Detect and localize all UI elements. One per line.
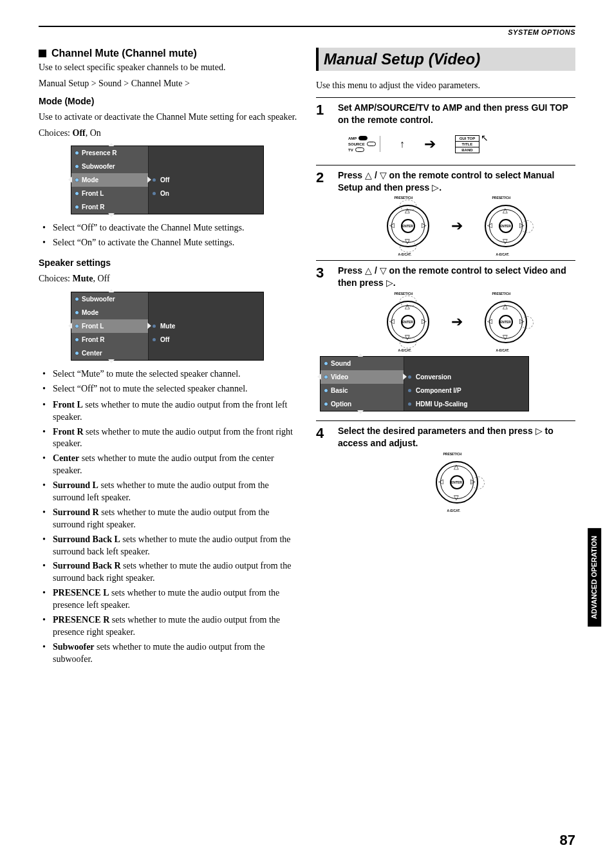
right-icon: ▷ — [422, 222, 427, 229]
bullet-item: Subwoofer sets whether to mute the audio… — [53, 641, 298, 666]
left-column: Channel Mute (Channel mute) Use to selec… — [39, 48, 298, 668]
arrow-right-icon: ➔ — [451, 314, 463, 330]
bullet-item: Select “Mute” to mute the selected speak… — [53, 368, 298, 381]
cursor-highlight-icon — [521, 220, 534, 233]
p-mode-desc: Use to activate or deactivate the Channe… — [39, 111, 298, 124]
right-triangle-icon: ▷ — [535, 426, 543, 436]
osd-menu-mode: Presence RSubwooferModeOffFront LOnFront… — [71, 146, 298, 214]
p-video-intro: Use this menu to adjust the video parame… — [316, 80, 575, 92]
step-text: Press △ / ▽ on the remote control to sel… — [338, 265, 575, 289]
bullet-item: PRESENCE R sets whether to mute the audi… — [53, 614, 298, 639]
menu-item: Mode — [71, 306, 149, 319]
bullet-item: Surround Back L sets whether to mute the… — [53, 534, 298, 558]
arrow-right-icon: ➔ — [451, 218, 463, 234]
step-1: 1 Set AMP/SOURCE/TV to AMP and then pres… — [316, 97, 575, 126]
menu-item: Subwoofer — [71, 292, 149, 306]
menu-item: Front L — [71, 319, 149, 333]
diagram-step2: PRESET/CH ENTER △▽◁▷ A-E/CAT. ➔ PRESET/C… — [338, 201, 575, 251]
remote-switch: AMP SOURCE TV — [348, 136, 380, 152]
menu-item: Center — [71, 346, 149, 360]
bullet-item: Front L sets whether to mute the audio o… — [53, 399, 298, 424]
diagram-step1: AMP SOURCE TV ↑ ➔ GUI TOP TITLE BAND ↖ — [348, 135, 575, 153]
down-triangle-icon: ▽ — [380, 265, 387, 276]
band-key: BAND — [456, 147, 479, 153]
gui-top-key: GUI TOP — [456, 136, 479, 142]
up-triangle-icon: △ — [365, 265, 372, 276]
step-2: 2 Press △ / ▽ on the remote control to s… — [316, 165, 575, 194]
menu-item: Mode — [71, 173, 149, 187]
step-4: 4 Select the desired parameters and then… — [316, 420, 575, 449]
bullet-item: Surround R sets whether to mute the audi… — [53, 507, 298, 531]
bullet-item: Front R sets whether to mute the audio o… — [53, 426, 298, 451]
menu-item: Presence R — [71, 146, 149, 160]
bullet-item: Surround L sets whether to mute the audi… — [53, 480, 298, 504]
gui-keys-cluster: GUI TOP TITLE BAND — [455, 135, 480, 153]
dpad-left: PRESET/CH ENTER △▽◁▷ A-E/CAT. — [383, 201, 433, 251]
up-triangle-icon: △ — [365, 170, 372, 180]
header-bar: SYSTEM OPTIONS — [39, 28, 575, 36]
menu-item: Subwoofer — [71, 160, 149, 173]
menu-option: Conversion — [404, 370, 528, 384]
p-menu-path: Manual Setup > Sound > Channel Mute > — [39, 78, 298, 90]
side-tab: ADVANCED OPERATION — [588, 528, 601, 627]
p-speaker-choices: Choices: Mute, Off — [39, 273, 298, 285]
page-number: 87 — [560, 832, 575, 849]
heading-channel-mute: Channel Mute (Channel mute) — [39, 48, 298, 59]
osd-menu-speaker: SubwooferModeFront LMuteFront ROffCenter — [71, 292, 298, 361]
menu-item: Front R — [71, 200, 149, 214]
bullet-item: Surround Back R sets whether to mute the… — [53, 560, 298, 585]
right-triangle-icon: ▷ — [432, 182, 439, 193]
menu-item: Video — [321, 370, 404, 384]
menu-option: Component I/P — [404, 384, 528, 397]
amp-indicator-icon — [358, 136, 367, 140]
diagram-step3-dpads: PRESET/CH ENTER △▽◁▷ A-E/CAT. ➔ PRESET/C… — [338, 297, 575, 347]
tv-indicator-icon — [355, 147, 364, 152]
arrow-right-icon: ➔ — [424, 136, 436, 153]
title-key: TITLE — [456, 142, 479, 147]
heading-manual-setup-video: Manual Setup (Video) — [316, 48, 575, 71]
left-icon: ◁ — [389, 222, 395, 229]
cursor-highlight-icon — [400, 241, 416, 252]
step-text: Set AMP/SOURCE/TV to AMP and then press … — [338, 102, 575, 126]
p-channel-mute-desc: Use to select specific speaker channels … — [39, 62, 298, 74]
down-triangle-icon: ▽ — [380, 170, 387, 180]
menu-item: Front R — [71, 333, 149, 346]
bullet-list-speaker-basics: Select “Mute” to mute the selected speak… — [39, 368, 298, 395]
step-text: Select the desired parameters and then p… — [338, 425, 575, 449]
step-number: 4 — [316, 425, 329, 449]
heading-mode: Mode (Mode) — [39, 95, 298, 108]
bullet-item: Select “Off” to deactivate the Channel M… — [53, 222, 298, 234]
bullet-item: PRESENCE L sets whether to mute the audi… — [53, 587, 298, 612]
source-indicator-icon — [367, 142, 376, 146]
step-number: 2 — [316, 169, 329, 194]
bullet-item: Center sets whether to mute the audio ou… — [53, 453, 298, 477]
dpad-left: PRESET/CH ENTER △▽◁▷ A-E/CAT. — [383, 297, 433, 347]
menu-item: Option — [321, 397, 404, 411]
step-3: 3 Press △ / ▽ on the remote control to s… — [316, 260, 575, 289]
osd-menu-video: SoundVideoConversionBasicComponent I/POp… — [320, 356, 575, 411]
menu-option: Off — [149, 333, 263, 346]
bullet-item: Select “Off” not to mute the selected sp… — [53, 383, 298, 395]
right-column: Manual Setup (Video) Use this menu to ad… — [316, 48, 575, 668]
heading-speaker-settings: Speaker settings — [39, 257, 298, 269]
menu-item: Basic — [321, 384, 404, 397]
p-mode-choices: Choices: Off, On — [39, 127, 298, 140]
heading-text: Channel Mute (Channel mute) — [51, 48, 197, 59]
pointer-icon: ↖ — [481, 133, 488, 144]
menu-option: Mute — [149, 319, 263, 333]
arrow-up-icon: ↑ — [400, 138, 405, 150]
menu-item: Front L — [71, 187, 149, 200]
right-triangle-icon: ▷ — [386, 278, 393, 288]
bullet-list-speaker-details: Front L sets whether to mute the audio o… — [39, 399, 298, 666]
header-section: SYSTEM OPTIONS — [508, 28, 575, 36]
dpad: PRESET/CH ENTER △▽◁▷ A-E/CAT. — [432, 457, 482, 507]
menu-option: Off — [149, 173, 263, 187]
step-text: Press △ / ▽ on the remote control to sel… — [338, 169, 575, 194]
step-number: 3 — [316, 265, 329, 289]
diagram-step4: PRESET/CH ENTER △▽◁▷ A-E/CAT. — [338, 457, 575, 507]
menu-option: On — [149, 187, 263, 200]
dpad-right: PRESET/CH ENTER △▽◁▷ A-E/CAT. — [481, 297, 531, 347]
step-number: 1 — [316, 102, 329, 126]
dpad-right: PRESET/CH ENTER △▽◁▷ A-E/CAT. — [481, 201, 531, 251]
header-rule — [39, 26, 575, 27]
